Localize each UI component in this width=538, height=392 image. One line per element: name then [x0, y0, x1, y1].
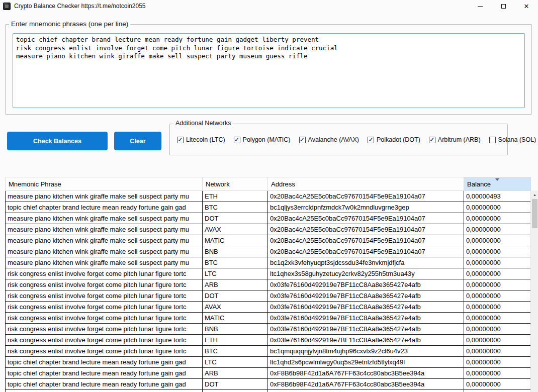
table-row[interactable]: risk congress enlist involve forget come…: [6, 335, 531, 346]
checkbox-checked-icon: ✓: [368, 137, 374, 143]
table-row[interactable]: topic chief chapter brand lecture mean r…: [6, 390, 531, 392]
sort-descending-icon: [495, 178, 499, 181]
network-checkbox-solana-sol[interactable]: Solana (SOL): [489, 136, 536, 143]
column-header-address[interactable]: Address: [268, 177, 464, 191]
cell-balance: 0,00000000: [464, 357, 531, 368]
app-icon: [3, 3, 11, 10]
maximize-icon: [501, 4, 506, 9]
network-checkbox-polygon-matic[interactable]: ✓Polygon (MATIC): [234, 136, 291, 143]
table-row[interactable]: topic chief chapter brand lecture mean r…: [6, 379, 531, 390]
cell-mnemonic-phrase: risk congress enlist involve forget come…: [6, 335, 203, 346]
cell-balance: 0,00000000: [464, 302, 531, 313]
table-row[interactable]: risk congress enlist involve forget come…: [6, 290, 531, 302]
cell-network: LTC: [203, 268, 268, 279]
table-row[interactable]: risk congress enlist involve forget come…: [6, 313, 531, 324]
cell-balance: 0,00000000: [464, 324, 531, 335]
networks-checkboxes: ✓Litecoin (LTC)✓Polygon (MATIC)✓Avalanch…: [177, 136, 536, 143]
scrollbar-thumb[interactable]: [532, 199, 537, 228]
cell-mnemonic-phrase: measure piano kitchen wink giraffe make …: [6, 224, 203, 235]
table-row[interactable]: measure piano kitchen wink giraffe make …: [6, 191, 531, 202]
minimize-button[interactable]: [469, 0, 492, 12]
cell-network: BTC: [203, 346, 268, 357]
network-checkbox-avalanche-avax[interactable]: ✓Avalanche (AVAX): [299, 136, 359, 143]
table-row[interactable]: measure piano kitchen wink giraffe make …: [6, 224, 531, 235]
cell-address: bc1q2xk3vfehyuqpt3sjdcssdu34fe3nvkmjdfjc…: [268, 257, 464, 268]
cell-mnemonic-phrase: risk congress enlist involve forget come…: [6, 290, 203, 302]
cell-network: ETH: [203, 335, 268, 346]
cell-network: BTC: [203, 257, 268, 268]
table-row[interactable]: risk congress enlist involve forget come…: [6, 268, 531, 279]
scroll-up-arrow-icon[interactable]: ▲: [531, 190, 538, 199]
network-checkbox-arbitrum-arb[interactable]: ✓Arbitrum (ARB): [429, 136, 481, 143]
cell-network: ARB: [203, 279, 268, 290]
table-vertical-scrollbar[interactable]: ▲: [530, 190, 538, 392]
cell-address: 0x03fe76160d492919e7BF11cC8Aa8e365427e4a…: [268, 324, 464, 335]
cell-balance: 0,00000000: [464, 379, 531, 390]
cell-mnemonic-phrase: risk congress enlist involve forget come…: [6, 313, 203, 324]
table-row[interactable]: topic chief chapter brand lecture mean r…: [6, 202, 531, 213]
cell-balance: 0,00000493: [464, 191, 531, 202]
clear-button[interactable]: Clear: [114, 132, 161, 150]
cell-address: 0xF8B6b98F42d1a6A767FF63c4cc80abc3B5ee39…: [268, 390, 464, 392]
cell-network: MATIC: [203, 313, 268, 324]
cell-network: DOT: [203, 290, 268, 302]
mnemonic-textarea[interactable]: topic chief chapter brand lecture mean r…: [13, 33, 525, 108]
cell-network: MATIC: [203, 235, 268, 246]
table-row[interactable]: measure piano kitchen wink giraffe make …: [6, 257, 531, 268]
table-row[interactable]: risk congress enlist involve forget come…: [6, 324, 531, 335]
mnemonic-groupbox-label: Enter mnemonic phrases (one per line): [9, 20, 130, 28]
network-checkbox-label: Arbitrum (ARB): [438, 136, 481, 143]
cell-balance: 0,00000000: [464, 368, 531, 379]
network-checkbox-label: Litecoin (LTC): [186, 136, 225, 143]
minimize-icon: [478, 6, 483, 7]
cell-address: ltc1qhex3s58guhyzetucy2crkv82y255h5tm3ua…: [268, 268, 464, 279]
cell-address: 0x20Bac4cA25E5c0baCc97670154F5e9Ea19104a…: [268, 235, 464, 246]
network-checkbox-litecoin-ltc[interactable]: ✓Litecoin (LTC): [177, 136, 225, 143]
cell-network: ETH: [203, 191, 268, 202]
cell-address: bc1qmquqqnjylvjn8tm4ujhp96cxvlx9z2cl6u4v…: [268, 346, 464, 357]
cell-balance: 0,00000000: [464, 213, 531, 224]
table-row[interactable]: risk congress enlist involve forget come…: [6, 279, 531, 290]
network-checkbox-polkadot-dot[interactable]: ✓Polkadot (DOT): [368, 136, 420, 143]
window-controls: ✕: [469, 0, 538, 12]
cell-network: AVAX: [203, 302, 268, 313]
cell-network: AVAX: [203, 224, 268, 235]
cell-mnemonic-phrase: topic chief chapter brand lecture mean r…: [6, 202, 203, 213]
cell-mnemonic-phrase: risk congress enlist involve forget come…: [6, 302, 203, 313]
cell-address: 0x03fe76160d492919e7BF11cC8Aa8e365427e4a…: [268, 302, 464, 313]
checkbox-checked-icon: ✓: [299, 137, 306, 143]
column-header-balance[interactable]: Balance: [464, 177, 531, 191]
cell-balance: 0,00000000: [464, 279, 531, 290]
table-row[interactable]: measure piano kitchen wink giraffe make …: [6, 213, 531, 224]
table-row[interactable]: measure piano kitchen wink giraffe make …: [6, 246, 531, 257]
table-row[interactable]: topic chief chapter brand lecture mean r…: [6, 357, 531, 368]
cell-network: LTC: [203, 357, 268, 368]
cell-address: 0x20Bac4cA25E5c0baCc97670154F5e9Ea19104a…: [268, 246, 464, 257]
close-button[interactable]: ✕: [515, 0, 538, 12]
checkbox-checked-icon: ✓: [429, 137, 435, 143]
check-balances-button[interactable]: Check Balances: [7, 132, 108, 150]
cell-network: BNB: [203, 324, 268, 335]
cell-network: DOT: [203, 213, 268, 224]
table-row[interactable]: measure piano kitchen wink giraffe make …: [6, 235, 531, 246]
column-header-network[interactable]: Network: [203, 177, 268, 191]
checkbox-checked-icon: ✓: [177, 137, 184, 143]
window-title: Crypto Balance Checker https://t.me/notc…: [14, 3, 145, 10]
cell-address: 0xF8B6b98F42d1a6A767FF63c4cc80abc3B5ee39…: [268, 379, 464, 390]
column-header-mnemonic-phrase[interactable]: Mnemonic Phrase: [6, 177, 203, 191]
cell-network: ARB: [203, 368, 268, 379]
table-row[interactable]: topic chief chapter brand lecture mean r…: [6, 368, 531, 379]
cell-mnemonic-phrase: topic chief chapter brand lecture mean r…: [6, 379, 203, 390]
table-row[interactable]: risk congress enlist involve forget come…: [6, 302, 531, 313]
checkbox-checked-icon: ✓: [234, 137, 240, 143]
cell-balance: 0,00000000: [464, 290, 531, 302]
checkbox-unchecked-icon: [489, 137, 496, 143]
cell-balance: 0,00000000: [464, 257, 531, 268]
cell-mnemonic-phrase: topic chief chapter brand lecture mean r…: [6, 357, 203, 368]
cell-balance: 0,00000000: [464, 335, 531, 346]
maximize-button[interactable]: [492, 0, 515, 12]
cell-address: 0x03fe76160d492919e7BF11cC8Aa8e365427e4a…: [268, 279, 464, 290]
table-body: measure piano kitchen wink giraffe make …: [6, 191, 531, 392]
table-row[interactable]: risk congress enlist involve forget come…: [6, 346, 531, 357]
cell-balance: 0,00000000: [464, 390, 531, 392]
